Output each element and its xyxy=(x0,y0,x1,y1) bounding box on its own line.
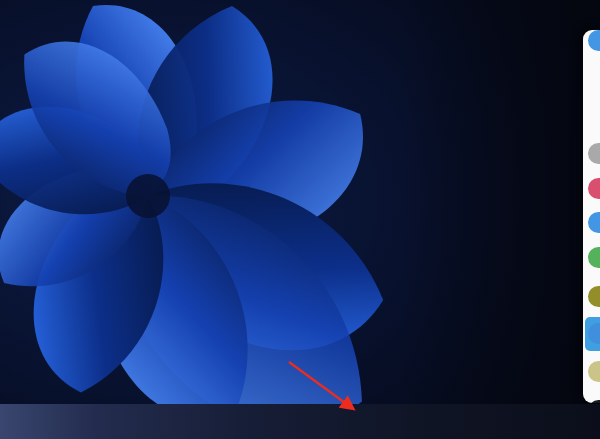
chat-avatar[interactable] xyxy=(588,212,600,233)
chat-avatar[interactable] xyxy=(588,178,600,199)
bloom-wallpaper-art xyxy=(0,0,600,439)
chat-avatar[interactable] xyxy=(588,400,600,403)
chat-avatar[interactable] xyxy=(588,286,600,307)
side-panel-window[interactable] xyxy=(583,30,600,403)
chat-avatar[interactable] xyxy=(588,247,600,268)
desktop-wallpaper xyxy=(0,0,600,439)
chat-avatar-selected[interactable] xyxy=(588,361,600,382)
taskbar: Search xyxy=(0,404,600,439)
desktop: Search xyxy=(0,0,600,439)
chat-avatar[interactable] xyxy=(588,30,600,51)
chat-avatar[interactable] xyxy=(588,143,600,164)
